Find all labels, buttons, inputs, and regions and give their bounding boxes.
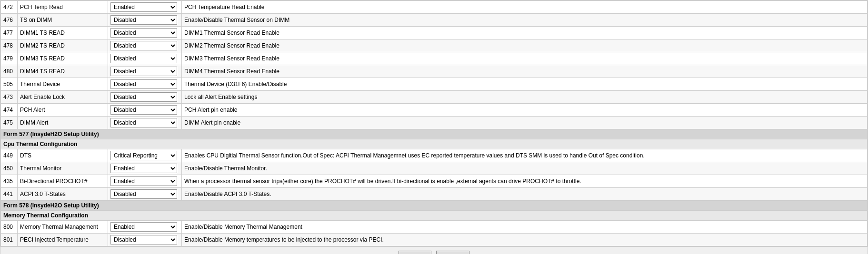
row-name: PCH Alert	[18, 104, 108, 117]
row-id: 800	[1, 221, 18, 234]
table-row: 474PCH AlertEnabledDisabledPCH Alert pin…	[1, 104, 868, 117]
value-select[interactable]: EnabledDisabled	[110, 189, 177, 199]
row-id: 505	[1, 78, 18, 91]
row-name: DIMM2 TS READ	[18, 39, 108, 52]
settings-table: 472PCH Temp ReadEnabledDisabledPCH Tempe…	[0, 0, 868, 246]
row-name: DIMM1 TS READ	[18, 27, 108, 39]
bottom-buttons: Back Save	[0, 246, 868, 254]
row-value: EnabledDisabled	[108, 27, 182, 39]
subsection-header-row: Cpu Thermal Configuration	[1, 139, 868, 149]
value-select[interactable]: EnabledDisabled	[110, 164, 177, 173]
row-value: EnabledDisabled	[108, 117, 182, 129]
value-select[interactable]: EnabledDisabled	[110, 176, 177, 186]
row-name: Bi-Directional PROCHOT#	[18, 175, 108, 188]
row-id: 479	[1, 52, 18, 65]
value-select[interactable]: EnabledDisabled	[110, 235, 177, 244]
row-value: EnabledDisabled	[108, 234, 182, 246]
row-desc: Enable/Disable Thermal Monitor.	[182, 162, 868, 175]
row-value: EnabledDisabled	[108, 162, 182, 175]
row-value: EnabledDisabled	[108, 78, 182, 91]
row-value: EnabledDisabled	[108, 175, 182, 188]
row-desc: PCH Temperature Read Enable	[182, 1, 868, 14]
row-id: 478	[1, 39, 18, 52]
row-value: EnabledDisabled	[108, 221, 182, 234]
row-name: Alert Enable Lock	[18, 91, 108, 104]
save-button[interactable]: Save	[436, 251, 469, 254]
row-desc: PCH Alert pin enable	[182, 104, 868, 117]
value-select[interactable]: EnabledDisabled	[110, 67, 177, 76]
row-name: DIMM Alert	[18, 117, 108, 129]
row-id: 450	[1, 162, 18, 175]
value-select[interactable]: EnabledDisabled	[110, 54, 177, 63]
value-select[interactable]: EnabledDisabled	[110, 92, 177, 102]
row-value: EnabledDisabled	[108, 39, 182, 52]
row-name: DIMM3 TS READ	[18, 52, 108, 65]
subsection-header: Cpu Thermal Configuration	[1, 139, 868, 149]
row-value: EnabledDisabled	[108, 91, 182, 104]
row-value: EnabledDisabled	[108, 14, 182, 27]
section-header-row: Form 578 (InsydeH2O Setup Utility)	[1, 201, 868, 211]
row-desc: Lock all Alert Enable settings	[182, 91, 868, 104]
table-row: 472PCH Temp ReadEnabledDisabledPCH Tempe…	[1, 1, 868, 14]
value-select[interactable]: EnabledDisabled	[110, 28, 177, 38]
row-id: 472	[1, 1, 18, 14]
row-desc: When a processor thermal sensor trips(ei…	[182, 175, 868, 188]
table-row: 473Alert Enable LockEnabledDisabledLock …	[1, 91, 868, 104]
table-row: 450Thermal MonitorEnabledDisabledEnable/…	[1, 162, 868, 175]
value-select[interactable]: EnabledDisabled	[110, 222, 177, 232]
value-select[interactable]: EnabledDisabled	[110, 105, 177, 115]
section-header: Form 578 (InsydeH2O Setup Utility)	[1, 201, 868, 211]
row-value: EnabledDisabled	[108, 188, 182, 201]
table-row: 441ACPI 3.0 T-StatesEnabledDisabledEnabl…	[1, 188, 868, 201]
value-select[interactable]: EnabledDisabled	[110, 15, 177, 25]
row-id: 473	[1, 91, 18, 104]
table-row: 476TS on DIMMEnabledDisabledEnable/Disab…	[1, 14, 868, 27]
row-id: 449	[1, 149, 18, 162]
row-name: TS on DIMM	[18, 14, 108, 27]
row-id: 441	[1, 188, 18, 201]
row-name: PECI Injected Temperature	[18, 234, 108, 246]
value-select[interactable]: Critical ReportingEnabledDisabled	[110, 151, 177, 160]
row-id: 474	[1, 104, 18, 117]
section-header: Form 577 (InsydeH2O Setup Utility)	[1, 129, 868, 139]
table-row: 449DTSCritical ReportingEnabledDisabledE…	[1, 149, 868, 162]
row-id: 477	[1, 27, 18, 39]
value-select[interactable]: EnabledDisabled	[110, 79, 177, 89]
row-desc: DIMM3 Thermal Sensor Read Enable	[182, 52, 868, 65]
value-select[interactable]: EnabledDisabled	[110, 41, 177, 50]
row-desc: Enable/Disable ACPI 3.0 T-States.	[182, 188, 868, 201]
row-id: 801	[1, 234, 18, 246]
row-name: Thermal Monitor	[18, 162, 108, 175]
value-select[interactable]: EnabledDisabled	[110, 118, 177, 127]
row-desc: DIMM Alert pin enable	[182, 117, 868, 129]
row-value: EnabledDisabled	[108, 65, 182, 78]
row-desc: DIMM1 Thermal Sensor Read Enable	[182, 27, 868, 39]
table-row: 478DIMM2 TS READEnabledDisabledDIMM2 The…	[1, 39, 868, 52]
row-id: 435	[1, 175, 18, 188]
row-name: DIMM4 TS READ	[18, 65, 108, 78]
subsection-header: Memory Thermal Configuration	[1, 211, 868, 221]
table-row: 435Bi-Directional PROCHOT#EnabledDisable…	[1, 175, 868, 188]
row-id: 480	[1, 65, 18, 78]
row-desc: DIMM4 Thermal Sensor Read Enable	[182, 65, 868, 78]
row-id: 475	[1, 117, 18, 129]
row-desc: Enable/Disable Memory temperatures to be…	[182, 234, 868, 246]
value-select[interactable]: EnabledDisabled	[110, 2, 177, 12]
row-id: 476	[1, 14, 18, 27]
table-row: 479DIMM3 TS READEnabledDisabledDIMM3 The…	[1, 52, 868, 65]
row-name: Memory Thermal Management	[18, 221, 108, 234]
row-name: DTS	[18, 149, 108, 162]
row-name: ACPI 3.0 T-States	[18, 188, 108, 201]
table-row: 505Thermal DeviceEnabledDisabledThermal …	[1, 78, 868, 91]
row-desc: Enable/Disable Thermal Sensor on DIMM	[182, 14, 868, 27]
row-value: EnabledDisabled	[108, 52, 182, 65]
row-desc: Enable/Disable Memory Thermal Management	[182, 221, 868, 234]
row-name: PCH Temp Read	[18, 1, 108, 14]
table-row: 477DIMM1 TS READEnabledDisabledDIMM1 The…	[1, 27, 868, 39]
back-button[interactable]: Back	[399, 251, 431, 254]
table-row: 800Memory Thermal ManagementEnabledDisab…	[1, 221, 868, 234]
table-row: 475DIMM AlertEnabledDisabledDIMM Alert p…	[1, 117, 868, 129]
row-desc: Thermal Device (D31F6) Enable/Disable	[182, 78, 868, 91]
main-container: 472PCH Temp ReadEnabledDisabledPCH Tempe…	[0, 0, 868, 254]
row-desc: Enables CPU Digitial Thermal Sensor func…	[182, 149, 868, 162]
